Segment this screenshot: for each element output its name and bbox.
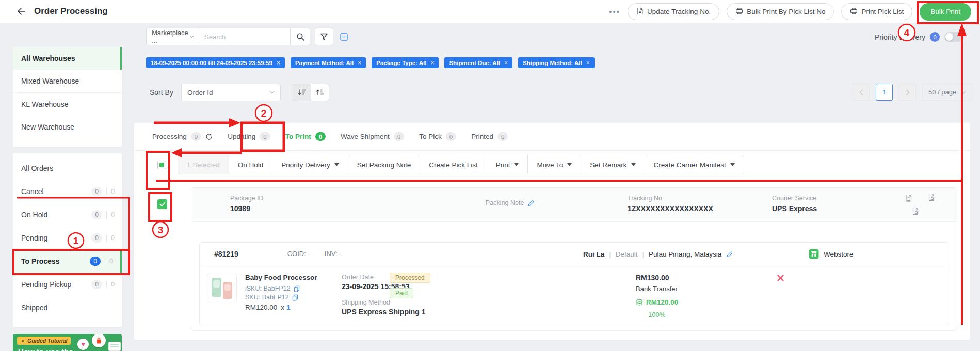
orders-panel: Processing0 Updating0 To Print0 Wave Shi… [134, 123, 970, 340]
customer-info: Rui La | Default | Pulau Pinang, Malaysi… [583, 243, 733, 265]
tab-to-print[interactable]: To Print0 [285, 132, 326, 141]
tab-wave-shipment[interactable]: Wave Shipment0 [341, 132, 404, 141]
count-badge: 0 [90, 257, 101, 266]
print-document-icon[interactable] [927, 193, 936, 204]
sidebar-item-on-hold[interactable]: On Hold 00 [13, 203, 122, 226]
set-packing-note-button[interactable]: Set Packing Note [348, 155, 420, 174]
tracking-no-field: Tracking No 1ZXXXXXXXXXXXXXXXX [628, 195, 713, 213]
annotation-step-2: 2 [261, 108, 267, 119]
package-row-checkbox[interactable] [157, 199, 167, 209]
close-icon[interactable]: × [586, 59, 590, 67]
package-print-icons [904, 193, 941, 219]
print-label-icon[interactable] [904, 194, 913, 205]
priority-delivery-control: Priority Delivery 0 [875, 32, 964, 42]
sort-field-select[interactable]: Order Id [181, 84, 281, 101]
tab-processing[interactable]: Processing0 [152, 132, 213, 141]
chevron-down-icon [269, 91, 275, 94]
payment-method: Bank Transfer [636, 285, 678, 293]
count-divider [105, 258, 105, 265]
product-price-qty: RM120.00x1 [245, 304, 291, 311]
order-number[interactable]: #81219 [214, 250, 238, 258]
print-dropdown[interactable]: Print [487, 155, 528, 174]
bulk-print-by-pick-list-button[interactable]: Bulk Print By Pick List No [727, 3, 834, 20]
package-id-field: Package ID 10989 [230, 195, 264, 213]
sidebar-item-all-warehouses[interactable]: All Warehouses [13, 47, 122, 70]
sidebar-item-mixed-warehouse[interactable]: Mixed Warehouse [13, 70, 122, 92]
refresh-icon[interactable] [205, 133, 213, 140]
on-hold-button[interactable]: On Hold [229, 155, 273, 174]
close-icon[interactable]: × [504, 59, 508, 67]
sidebar-item-pending-pickup[interactable]: Pending Pickup 00 [13, 273, 122, 296]
guided-tutorial-banner[interactable]: Guided Tutorial How to use the ♥ [13, 334, 122, 351]
printer-icon [850, 7, 858, 17]
current-page-button[interactable]: 1 [876, 84, 893, 101]
bulk-action-buttons: 1 Selected On Hold Priority Delivery Set… [178, 155, 744, 174]
chevron-left-icon [859, 89, 863, 95]
product-name[interactable]: Baby Food Processor [245, 274, 317, 281]
copy-icon[interactable] [292, 294, 298, 301]
filter-button[interactable] [315, 28, 333, 45]
remove-icon[interactable] [777, 275, 784, 281]
sidebar-item-new-warehouse[interactable]: New Warehouse [13, 116, 122, 138]
sidebar-item-kl-warehouse[interactable]: KL Warehouse [13, 93, 122, 116]
previous-page-button[interactable] [853, 84, 870, 101]
lazada-icon: ♥ [77, 339, 89, 350]
sort-descending-button[interactable] [293, 84, 311, 101]
next-page-button[interactable] [899, 84, 916, 101]
sidebar-item-to-process[interactable]: To Process 00 [13, 249, 122, 273]
sort-ascending-button[interactable] [311, 84, 329, 101]
close-icon[interactable]: × [430, 59, 434, 67]
priority-delivery-dropdown[interactable]: Priority Delivery [272, 155, 348, 174]
more-icon[interactable]: ••• [609, 7, 620, 16]
package-header: Package ID 10989 Packing Note Tracking N… [191, 188, 957, 222]
caret-down-icon [514, 163, 519, 166]
annotation-circle-2 [255, 105, 272, 121]
sales-channel: Webstore [809, 243, 854, 265]
chevron-down-icon [189, 35, 194, 38]
select-all-checkbox[interactable] [157, 161, 166, 169]
status-tabs: Processing0 Updating0 To Print0 Wave Shi… [134, 123, 970, 151]
bulk-print-button[interactable]: Bulk Print [920, 3, 971, 21]
order-inv: INV: - [325, 250, 342, 258]
tab-updating[interactable]: Updating0 [228, 132, 270, 141]
back-icon[interactable] [15, 6, 26, 17]
priority-delivery-badge: 0 [930, 32, 940, 42]
tutorial-thumbnail [108, 342, 121, 351]
chevron-down-icon [961, 91, 966, 94]
caret-down-icon [631, 163, 636, 166]
tab-to-pick[interactable]: To Pick0 [419, 132, 456, 141]
marketplace-select[interactable]: Marketplace ... [146, 28, 199, 45]
search-button[interactable] [291, 28, 310, 45]
sidebar-item-all-orders[interactable]: All Orders [13, 156, 122, 180]
print-invoice-icon[interactable] [911, 207, 920, 218]
close-icon[interactable]: × [358, 59, 361, 67]
set-remark-dropdown[interactable]: Set Remark [581, 155, 645, 174]
priority-delivery-toggle[interactable] [944, 32, 964, 42]
count-badge: 0 [91, 280, 102, 289]
sidebar-item-cancel[interactable]: Cancel 00 [13, 180, 122, 203]
create-pick-list-button[interactable]: Create Pick List [420, 155, 487, 174]
filter-chips: 18-09-2025 00:00:00 till 24-09-2025 23:5… [146, 57, 595, 68]
selected-count-button: 1 Selected [178, 155, 229, 174]
tab-printed[interactable]: Printed0 [471, 132, 508, 141]
update-tracking-button[interactable]: Update Tracking No. [628, 3, 719, 20]
printer-icon [735, 7, 743, 17]
sidebar-item-pending[interactable]: Pending 00 [13, 226, 122, 249]
close-icon[interactable]: × [277, 59, 280, 67]
create-carrier-manifest-dropdown[interactable]: Create Carrier Manifest [645, 155, 744, 174]
edit-icon[interactable] [726, 251, 733, 258]
page-size-select[interactable]: 50 / page [922, 84, 972, 101]
search-input[interactable] [199, 28, 291, 45]
sidebar-item-shipped[interactable]: Shipped [13, 296, 122, 319]
collapse-filters-icon[interactable] [340, 33, 348, 41]
print-pick-list-button[interactable]: Print Pick List [841, 3, 912, 20]
count-badge: 0 [91, 210, 102, 219]
product-image[interactable] [207, 273, 237, 302]
top-actions: ••• Update Tracking No. Bulk Print By Pi… [609, 0, 971, 23]
tutorial-title: How to use the [18, 347, 73, 351]
status-tag-paid: Paid [390, 288, 413, 298]
order-status-panel: All Orders Cancel 00 On Hold 00 Pending … [13, 153, 122, 327]
copy-icon[interactable] [294, 285, 300, 292]
move-to-dropdown[interactable]: Move To [527, 155, 581, 174]
edit-icon[interactable] [527, 200, 534, 206]
